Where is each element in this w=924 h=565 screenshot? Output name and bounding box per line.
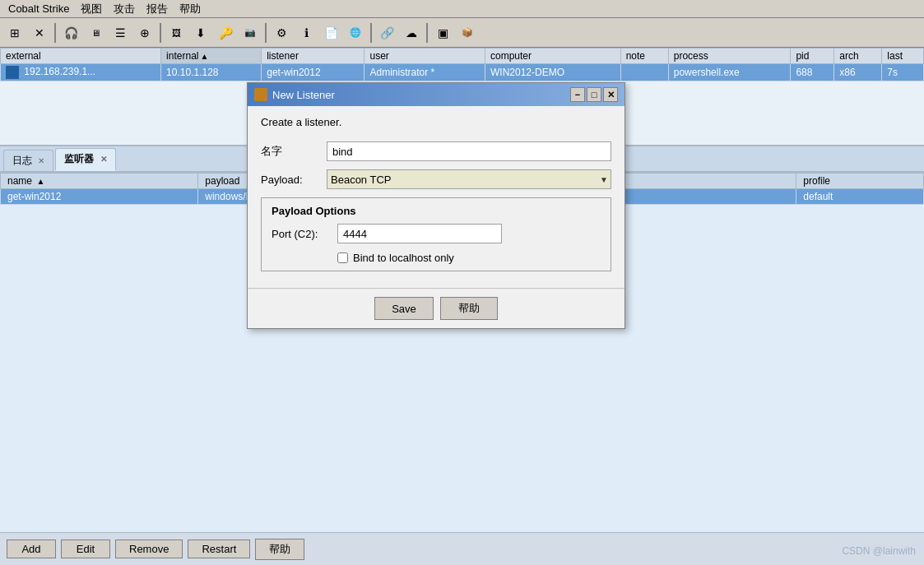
dialog-title-text: New Listener — [272, 89, 335, 101]
dialog-save-button[interactable]: Save — [374, 297, 434, 320]
options-group-title: Payload Options — [272, 205, 601, 217]
localhost-only-checkbox[interactable] — [337, 252, 348, 263]
port-row: Port (C2): — [272, 224, 601, 243]
dialog-minimize[interactable]: − — [570, 87, 585, 102]
dialog-title-left: New Listener — [254, 88, 335, 101]
name-input[interactable] — [327, 141, 611, 161]
new-listener-dialog: New Listener − □ ✕ Create a listener. 名字… — [247, 82, 625, 329]
payload-select[interactable]: Beacon TCP Beacon HTTP Beacon HTTPS Beac… — [327, 169, 611, 189]
name-row: 名字 — [261, 141, 611, 161]
name-label: 名字 — [261, 144, 327, 159]
checkbox-row: Bind to localhost only — [337, 252, 601, 264]
dialog-intro: Create a listener. — [261, 116, 611, 128]
payload-select-wrapper: Beacon TCP Beacon HTTP Beacon HTTPS Beac… — [327, 169, 611, 189]
checkbox-label: Bind to localhost only — [353, 252, 454, 264]
dialog-controls: − □ ✕ — [570, 87, 618, 102]
port-input[interactable] — [337, 224, 502, 243]
dialog-footer: Save 帮助 — [248, 288, 625, 328]
port-label: Port (C2): — [272, 228, 337, 240]
payload-row: Payload: Beacon TCP Beacon HTTP Beacon H… — [261, 169, 611, 189]
dialog-title-icon — [254, 88, 267, 101]
dialog-maximize[interactable]: □ — [587, 87, 601, 102]
payload-options-group: Payload Options Port (C2): Bind to local… — [261, 197, 611, 271]
payload-label: Payload: — [261, 174, 327, 186]
dialog-overlay: New Listener − □ ✕ Create a listener. 名字… — [0, 0, 924, 565]
dialog-help-button[interactable]: 帮助 — [440, 297, 498, 320]
dialog-titlebar: New Listener − □ ✕ — [248, 83, 625, 106]
dialog-close[interactable]: ✕ — [603, 87, 618, 102]
dialog-content: Create a listener. 名字 Payload: Beacon TC… — [248, 106, 625, 288]
